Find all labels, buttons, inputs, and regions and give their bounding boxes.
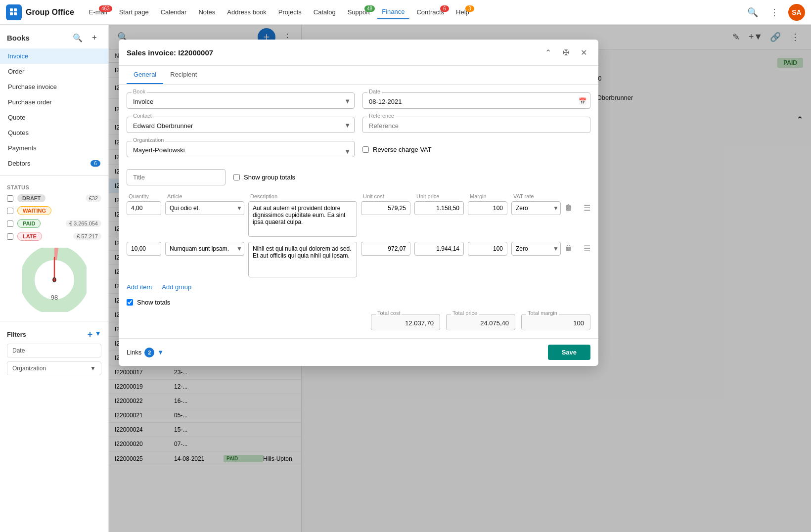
status-late-chip[interactable]: LATE [17, 232, 42, 241]
status-waiting-chip[interactable]: WAITING [17, 206, 51, 215]
grid-button[interactable]: ⋮ [766, 4, 782, 20]
sidebar-item-debtors[interactable]: Debtors 6 [0, 156, 108, 171]
status-waiting-checkbox[interactable] [7, 208, 13, 214]
item1-margin[interactable] [468, 201, 507, 215]
nav-addressbook-label: Address book [227, 8, 267, 16]
status-paid-chip[interactable]: PAID [17, 219, 41, 228]
sidebar-item-quotes[interactable]: Quotes [0, 125, 108, 140]
total-price-label: Total price [451, 310, 479, 316]
nav-finance[interactable]: Finance [377, 5, 409, 19]
total-price-input[interactable] [446, 314, 515, 330]
col-uprice: Unit price [416, 193, 466, 199]
item1-desc[interactable]: Aut aut autem et provident dolore dignis… [248, 201, 357, 237]
reverse-charge-checkbox[interactable] [362, 146, 369, 153]
filter-org-field[interactable]: Organization ▼ [7, 361, 101, 375]
sidebar-add-btn[interactable]: + [88, 31, 101, 44]
item1-vat-wrap: Zero ▼ [511, 201, 561, 215]
nav-notes[interactable]: Notes [193, 5, 220, 19]
title-input[interactable] [127, 169, 225, 185]
status-late-row[interactable]: LATE € 57.217 [0, 230, 108, 243]
app-logo[interactable]: Group Office [6, 4, 74, 20]
sidebar-item-payments[interactable]: Payments [0, 140, 108, 156]
sidebar-item-quote[interactable]: Quote [0, 110, 108, 125]
status-paid-checkbox[interactable] [7, 221, 13, 227]
filter-date-field[interactable]: Date [7, 344, 101, 357]
show-group-totals-checkbox[interactable] [233, 174, 240, 180]
total-margin-input[interactable] [521, 314, 590, 330]
add-group-btn[interactable]: Add group [162, 283, 191, 291]
item2-margin[interactable] [468, 242, 507, 256]
status-draft-checkbox[interactable] [7, 195, 13, 202]
col-margin: Margin [470, 193, 509, 199]
search-button[interactable]: 🔍 [745, 4, 761, 20]
nav-calendar[interactable]: Calendar [156, 5, 192, 19]
nav-help[interactable]: Help 3 [451, 5, 474, 19]
modal-minimize-btn[interactable]: ⌃ [541, 45, 555, 59]
status-draft-chip[interactable]: DRAFT [17, 194, 45, 202]
sidebar-item-invoice[interactable]: Invoice [0, 48, 108, 64]
tab-general[interactable]: General [127, 66, 163, 84]
status-late-checkbox[interactable] [7, 233, 13, 240]
item2-uprice[interactable] [414, 242, 464, 256]
nav-email[interactable]: E-mail 463 [84, 5, 112, 19]
nav-startpage[interactable]: Start page [114, 5, 154, 19]
sidebar-item-purchase-order[interactable]: Purchase order [0, 94, 108, 110]
item1-qty[interactable] [127, 201, 161, 215]
nav-addressbook[interactable]: Address book [222, 5, 271, 19]
contact-field: Contact Edward Oberbrunner ▼ [127, 117, 355, 133]
item2-delete[interactable]: 🗑 [565, 242, 580, 253]
total-cost-input[interactable] [371, 314, 440, 330]
sidebar-item-debtors-label: Debtors [8, 160, 31, 167]
sidebar-debtors-badge: 6 [90, 160, 100, 167]
item2-vat[interactable]: Zero [511, 242, 561, 256]
nav-contracts[interactable]: Contracts 6 [411, 5, 449, 19]
reference-input[interactable] [362, 117, 590, 133]
nav-projects[interactable]: Projects [273, 5, 307, 19]
col-article: Article [167, 193, 246, 199]
item2-reorder[interactable]: ☰ [584, 242, 593, 253]
book-field: Book Invoice ▼ [127, 92, 355, 109]
sidebar-search-btn[interactable]: 🔍 [71, 31, 85, 44]
item2-article[interactable]: Numquam sunt ipsam. [165, 242, 244, 256]
status-draft-row[interactable]: DRAFT €32 [0, 192, 108, 204]
status-waiting-row[interactable]: WAITING [0, 204, 108, 217]
save-button[interactable]: Save [548, 345, 590, 360]
modal-maximize-btn[interactable]: ✠ [559, 45, 573, 59]
status-paid-row[interactable]: PAID € 3.265.054 [0, 217, 108, 230]
user-avatar[interactable]: SA [788, 4, 805, 21]
item1-uprice[interactable] [414, 201, 464, 215]
logo-icon [6, 4, 22, 20]
contact-select[interactable]: Edward Oberbrunner [127, 117, 355, 133]
tab-recipient[interactable]: Recipient [163, 66, 204, 84]
item2-ucost[interactable] [361, 242, 410, 256]
filters-chevron[interactable]: ▼ [94, 329, 101, 340]
show-totals-checkbox[interactable] [127, 299, 133, 306]
item1-article[interactable]: Qui odio et. [165, 201, 244, 215]
item2-qty[interactable] [127, 242, 161, 256]
item1-delete[interactable]: 🗑 [565, 201, 580, 212]
modal-overlay[interactable]: Sales invoice: I22000007 ⌃ ✠ ✕ General R… [109, 25, 811, 532]
item1-reorder[interactable]: ☰ [584, 201, 593, 213]
col-desc: Description [250, 193, 359, 199]
item1-ucost[interactable] [361, 201, 410, 215]
filters-add-btn[interactable]: + [88, 329, 93, 340]
nav-finance-label: Finance [382, 8, 405, 15]
sidebar-item-purchase-invoice[interactable]: Purchase invoice [0, 79, 108, 94]
date-input[interactable] [362, 92, 590, 109]
sidebar-item-quotes-label: Quotes [8, 129, 29, 136]
nav-support[interactable]: Support 48 [343, 5, 375, 19]
org-select[interactable]: Mayert-Powlowski [127, 141, 355, 157]
item1-vat[interactable]: Zero [511, 201, 561, 215]
book-select[interactable]: Invoice [127, 92, 355, 109]
sidebar-item-quote-label: Quote [8, 114, 25, 121]
nav-catalog-label: Catalog [314, 8, 336, 16]
calendar-icon[interactable]: 📅 [579, 97, 586, 104]
nav-catalog[interactable]: Catalog [309, 5, 341, 19]
nav-startpage-label: Start page [119, 8, 149, 16]
app-name: Group Office [26, 8, 74, 17]
item2-desc[interactable]: Nihil est qui nulla qui dolorem ad sed. … [248, 242, 357, 277]
sidebar-item-order[interactable]: Order [0, 64, 108, 79]
add-item-btn[interactable]: Add item [127, 283, 152, 291]
links-expand-btn[interactable]: ▼ [157, 349, 164, 356]
modal-close-btn[interactable]: ✕ [577, 45, 590, 59]
